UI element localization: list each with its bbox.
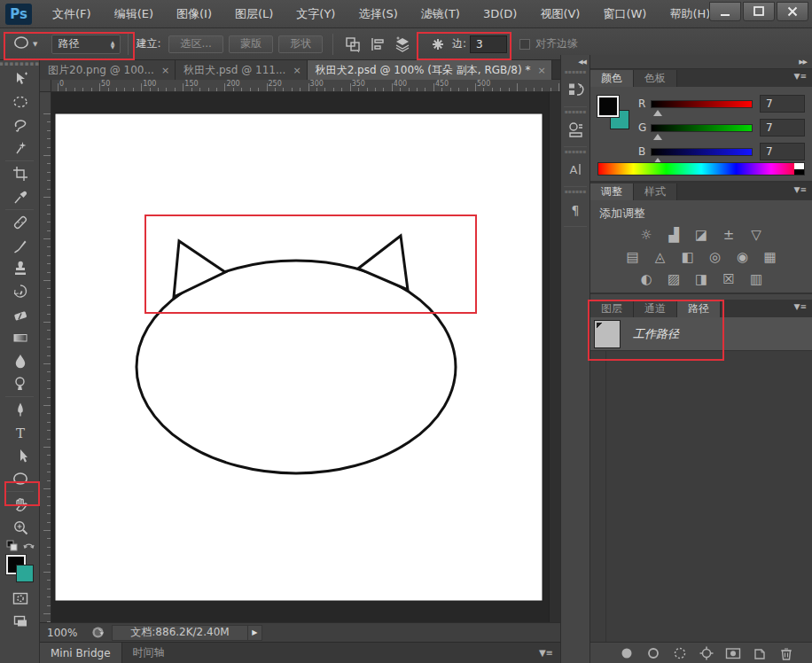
bottom-tab-时间轴[interactable]: 时间轴 — [122, 643, 176, 663]
menu-dd[interactable]: 3D(D) — [472, 0, 528, 28]
path-thumbnail[interactable] — [594, 320, 621, 348]
dodge-tool[interactable] — [0, 372, 40, 395]
paragraph-panel-icon[interactable]: ¶ — [561, 194, 589, 224]
make-蒙版-button[interactable]: 蒙版 — [229, 35, 273, 53]
path-alignment-icon[interactable] — [367, 35, 388, 54]
foreground-color-swatch[interactable] — [597, 96, 619, 117]
brightness-contrast-icon[interactable]: ☼ — [636, 226, 656, 244]
character-panel-icon[interactable]: A — [561, 154, 589, 184]
lasso-tool[interactable] — [0, 113, 40, 136]
menu-i[interactable]: 图像(I) — [165, 0, 223, 28]
make-形状-button[interactable]: 形状 — [278, 35, 323, 53]
close-button[interactable] — [777, 2, 808, 21]
spectrum-bw-corner[interactable] — [794, 163, 804, 175]
black-white-icon[interactable]: ◧ — [678, 248, 698, 266]
brush-tool[interactable] — [0, 234, 40, 257]
maximize-button[interactable] — [743, 2, 775, 21]
document-tab[interactable]: 图片20.png @ 100...× — [40, 60, 176, 80]
adjustments-tab[interactable]: 调整 — [590, 183, 634, 200]
fill-path-button[interactable] — [617, 645, 636, 661]
menu-e[interactable]: 编辑(E) — [103, 0, 165, 28]
make-work-path-button[interactable] — [697, 645, 716, 661]
levels-icon[interactable]: ▟ — [664, 226, 683, 244]
color-balance-icon[interactable]: ◬ — [651, 248, 670, 266]
color-tab[interactable]: 颜色 — [590, 70, 634, 87]
screen-mode-button[interactable] — [0, 610, 40, 633]
align-edges-checkbox[interactable] — [519, 39, 530, 50]
magic-wand-tool[interactable] — [0, 136, 40, 160]
photo-filter-icon[interactable]: ◎ — [706, 248, 725, 266]
menu-t[interactable]: 滤镜(T) — [410, 0, 472, 28]
blur-tool[interactable] — [0, 349, 40, 372]
history-panel-icon[interactable] — [561, 74, 589, 105]
paths-tab[interactable]: 图层 — [590, 300, 634, 317]
adjustments-tab[interactable]: 样式 — [634, 183, 677, 200]
clone-stamp-tool[interactable] — [0, 257, 40, 280]
document-size-info[interactable]: 文档:886.2K/2.40M — [112, 625, 247, 641]
channel-slider[interactable] — [651, 148, 753, 156]
menu-s[interactable]: 选择(S) — [347, 0, 409, 28]
channel-slider[interactable] — [651, 124, 753, 132]
menu-w[interactable]: 窗口(W) — [591, 0, 658, 28]
document-tab[interactable]: 秋田犬2.psd @ 100% (耳朵 副本, RGB/8) *× — [308, 60, 552, 80]
panel-menu-icon[interactable]: ▼≡ — [794, 185, 807, 194]
properties-panel-icon[interactable] — [561, 114, 589, 144]
load-selection-button[interactable] — [670, 645, 690, 661]
channel-mixer-icon[interactable]: ◉ — [733, 248, 753, 266]
expand-panels-icon[interactable]: ◀◀ — [561, 55, 589, 69]
paths-tab[interactable]: 通道 — [634, 300, 677, 317]
history-brush-tool[interactable] — [0, 280, 40, 303]
panel-menu-icon[interactable]: ▼≡ — [539, 648, 553, 658]
menu-f[interactable]: 文件(F) — [41, 0, 103, 28]
document-tab[interactable]: 秋田犬.psd @ 111...× — [176, 60, 308, 80]
eraser-tool[interactable] — [0, 303, 40, 326]
collapse-panels-icon[interactable]: ▶▶ — [799, 58, 807, 66]
marquee-tool[interactable] — [0, 90, 40, 113]
tool-mode-select[interactable]: 路径 ▲▼ — [51, 35, 121, 54]
threshold-icon[interactable]: ◨ — [691, 270, 711, 288]
path-selection-tool[interactable] — [0, 444, 40, 467]
posterize-icon[interactable]: ▨ — [664, 270, 683, 288]
color-tab[interactable]: 色板 — [634, 70, 677, 87]
menu-l[interactable]: 图层(L) — [223, 0, 285, 28]
background-color-swatch[interactable] — [16, 565, 34, 582]
hue-saturation-icon[interactable]: ▤ — [623, 248, 643, 266]
add-mask-button[interactable] — [723, 645, 743, 661]
eyedropper-tool[interactable] — [0, 185, 40, 208]
menu-v[interactable]: 视图(V) — [528, 0, 591, 28]
paths-tab[interactable]: 路径 — [677, 300, 721, 317]
channel-value-input[interactable]: 7 — [760, 143, 805, 160]
panel-grip[interactable]: ▪▪▪▪▪▪▪▪ — [0, 60, 39, 67]
channel-slider[interactable] — [651, 100, 753, 108]
ellipse-tool[interactable] — [0, 467, 40, 490]
canvas-viewport[interactable] — [51, 92, 560, 622]
make-选区-button[interactable]: 选区... — [168, 35, 223, 53]
zoom-tool[interactable] — [0, 516, 40, 539]
close-icon[interactable]: × — [293, 65, 301, 76]
color-lookup-icon[interactable]: ▦ — [761, 248, 780, 266]
work-path-item[interactable]: 工作路径 — [590, 317, 812, 351]
exposure-icon[interactable]: ± — [719, 226, 738, 244]
new-path-button[interactable] — [750, 645, 769, 661]
channel-value-input[interactable]: 7 — [760, 119, 805, 136]
stroke-path-button[interactable] — [644, 645, 663, 661]
gradient-tool[interactable] — [0, 326, 40, 349]
close-icon[interactable]: × — [161, 65, 169, 76]
panel-menu-icon[interactable]: ▼≡ — [794, 72, 807, 81]
panel-menu-icon[interactable]: ▼≡ — [794, 302, 807, 311]
edge-width-input[interactable]: 3 — [470, 35, 507, 53]
pen-tool[interactable] — [0, 398, 40, 421]
hand-tool[interactable] — [0, 493, 40, 516]
menu-y[interactable]: 文字(Y) — [285, 0, 347, 28]
vertical-scrollbar[interactable] — [549, 92, 560, 622]
channel-value-input[interactable]: 7 — [760, 95, 805, 113]
minimize-button[interactable] — [709, 2, 741, 21]
curves-icon[interactable]: ◪ — [691, 226, 711, 244]
slider-thumb[interactable] — [653, 134, 662, 140]
healing-brush-tool[interactable] — [0, 211, 40, 234]
slider-thumb[interactable] — [653, 110, 662, 116]
vibrance-icon[interactable]: ▽ — [746, 226, 766, 244]
path-arrangement-icon[interactable] — [392, 35, 413, 54]
gear-icon[interactable] — [427, 35, 449, 54]
tool-preset-picker[interactable]: ▼ — [9, 32, 41, 56]
